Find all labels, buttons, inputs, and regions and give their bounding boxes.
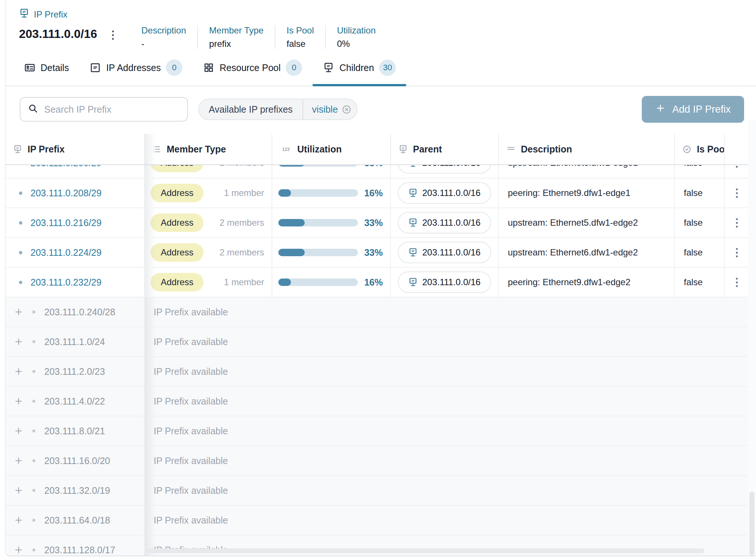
- row-menu-button[interactable]: [733, 186, 741, 201]
- utilization-bar: [278, 278, 358, 286]
- expand-plus-button[interactable]: [14, 337, 23, 347]
- search-input[interactable]: [44, 104, 180, 115]
- filter-chip-label: Available IP prefixes: [199, 104, 302, 115]
- ip-prefix-icon: IP: [408, 218, 418, 228]
- member-type-badge: Address: [151, 184, 204, 202]
- available-prefix-label: 203.111.4.0/22: [44, 396, 105, 407]
- expand-plus-button[interactable]: [14, 545, 23, 555]
- prefix-cell: 203.111.32.0/19: [6, 476, 144, 505]
- plus-icon: [655, 103, 666, 116]
- description-cell: peering: Ethernet9.dfw1-edge2: [498, 268, 674, 297]
- expand-plus-button[interactable]: [14, 367, 23, 376]
- member-type-badge: Address: [151, 273, 204, 292]
- breadcrumb[interactable]: IP IP Prefix: [19, 8, 67, 21]
- expand-plus-button[interactable]: [14, 396, 23, 406]
- parent-chip[interactable]: IP203.111.0.0/16: [398, 271, 491, 293]
- member-count: 2 members: [220, 218, 264, 228]
- expand-plus-button[interactable]: [14, 307, 23, 317]
- vertical-scrollbar-thumb[interactable]: [749, 492, 755, 556]
- is-pool-cell: false: [674, 238, 724, 267]
- prefix-cell: 203.111.0.232/29: [6, 268, 144, 297]
- vertical-scrollbar: [748, 120, 756, 556]
- expand-plus-button[interactable]: [14, 426, 23, 436]
- expand-plus-button[interactable]: [14, 456, 23, 466]
- status-dot: [19, 221, 22, 225]
- network-icon: IP: [323, 62, 334, 73]
- prefix-link[interactable]: 203.111.0.216/29: [31, 218, 102, 228]
- table-row: 203.111.0.208/29Address1 member16%IP203.…: [6, 178, 756, 208]
- expand-plus-button[interactable]: [14, 486, 23, 495]
- stat-description: Description-: [130, 25, 197, 49]
- prefix-link[interactable]: 203.111.0.224/29: [31, 247, 102, 258]
- remove-filter-icon[interactable]: [342, 104, 352, 115]
- page-title: 203.111.0.0/16: [19, 25, 97, 42]
- tab-label: Children: [339, 62, 374, 73]
- tab-bar: DetailsIPIP Addresses0Resource Pool0IPCh…: [6, 59, 756, 86]
- prefix-link[interactable]: 203.111.0.208/29: [31, 188, 102, 199]
- prefix-cell: 203.111.1.0/24: [6, 327, 144, 356]
- column-header-ip-prefix[interactable]: IPIP Prefix: [6, 134, 144, 164]
- stat-value: false: [286, 39, 314, 49]
- stat-value: 0%: [337, 39, 376, 49]
- header-stats: Description-Member TypeprefixIs Poolfals…: [130, 25, 387, 49]
- tab-children[interactable]: IPChildren30: [313, 59, 406, 86]
- id-card-icon: [24, 62, 35, 73]
- column-header-description[interactable]: Description: [498, 134, 674, 164]
- actions-cell: [724, 208, 749, 237]
- toolbar: Available IP prefixes visible Add IP Pre…: [6, 86, 756, 132]
- description-cell: upstream: Ethernet5.dfw1-edge2: [498, 208, 674, 237]
- parent-chip[interactable]: IP203.111.0.0/16: [398, 165, 491, 174]
- svg-text:IP: IP: [411, 220, 414, 223]
- search-box[interactable]: [20, 97, 188, 122]
- row-menu-button[interactable]: [733, 215, 741, 231]
- utilization-label: 16%: [364, 188, 383, 199]
- prefix-link[interactable]: 203.111.0.232/29: [31, 277, 102, 288]
- column-header-member-type[interactable]: Member Type: [144, 134, 272, 164]
- prefix-cell: 203.111.4.0/22: [6, 387, 144, 416]
- column-header-is-pool[interactable]: Is Pool: [674, 134, 724, 164]
- description-cell: upstream: Ethernet6.dfw1-edge2: [498, 238, 674, 267]
- status-dot: [19, 281, 22, 284]
- ip-prefix-icon: IP: [408, 248, 418, 257]
- tab-resource-pool[interactable]: Resource Pool0: [193, 59, 313, 86]
- is-pool-cell: false: [674, 208, 724, 237]
- filter-chip[interactable]: Available IP prefixes visible: [198, 99, 358, 120]
- prefix-cell: 203.111.0.224/29: [6, 238, 144, 267]
- utilization-bar: [278, 219, 358, 226]
- column-header-utilization[interactable]: 123Utilization: [272, 134, 390, 164]
- table-row: 203.111.0.216/29Address2 members33%IP203…: [6, 208, 756, 238]
- column-label: IP Prefix: [28, 144, 65, 155]
- prefix-cell: 203.111.0.240/28: [6, 297, 144, 326]
- row-menu-button[interactable]: [733, 165, 741, 171]
- available-prefix-label: 203.111.1.0/24: [44, 337, 105, 347]
- available-prefix-label: 203.111.16.0/20: [44, 455, 110, 466]
- available-prefix-row: 203.111.8.0/21IP Prefix available: [6, 416, 756, 446]
- parent-chip[interactable]: IP203.111.0.0/16: [398, 242, 491, 263]
- member-type-cell: Address2 members: [144, 238, 272, 267]
- expand-plus-button[interactable]: [14, 515, 23, 525]
- title-menu-button[interactable]: [112, 30, 114, 40]
- parent-chip[interactable]: IP203.111.0.0/16: [398, 212, 491, 234]
- svg-text:IP: IP: [23, 10, 26, 14]
- column-label: Is Pool: [697, 144, 724, 155]
- row-menu-button[interactable]: [733, 275, 741, 290]
- tab-count-badge: 30: [379, 59, 395, 76]
- prefix-link[interactable]: 203.111.0.200/29: [31, 165, 102, 168]
- utilization-bar: [278, 165, 358, 167]
- tab-details[interactable]: Details: [14, 59, 79, 86]
- row-menu-button[interactable]: [733, 245, 741, 260]
- horizontal-scrollbar-thumb[interactable]: [145, 548, 704, 553]
- parent-cell: IP203.111.0.0/16: [390, 238, 498, 267]
- parent-cell: IP203.111.0.0/16: [390, 208, 498, 237]
- ip-square-icon: IP: [90, 62, 101, 73]
- column-label: Member Type: [167, 144, 226, 155]
- add-ip-prefix-button[interactable]: Add IP Prefix: [642, 96, 744, 123]
- status-dot: [32, 489, 35, 492]
- utilization-label: 16%: [364, 277, 383, 288]
- utilization-cell: 33%: [272, 208, 390, 237]
- parent-chip[interactable]: IP203.111.0.0/16: [398, 182, 491, 204]
- tab-ip-addresses[interactable]: IPIP Addresses0: [79, 59, 193, 86]
- table-row: 203.111.0.224/29Address2 members33%IP203…: [6, 238, 756, 268]
- stat-value: prefix: [209, 39, 263, 49]
- column-header-parent[interactable]: IPParent: [390, 134, 498, 164]
